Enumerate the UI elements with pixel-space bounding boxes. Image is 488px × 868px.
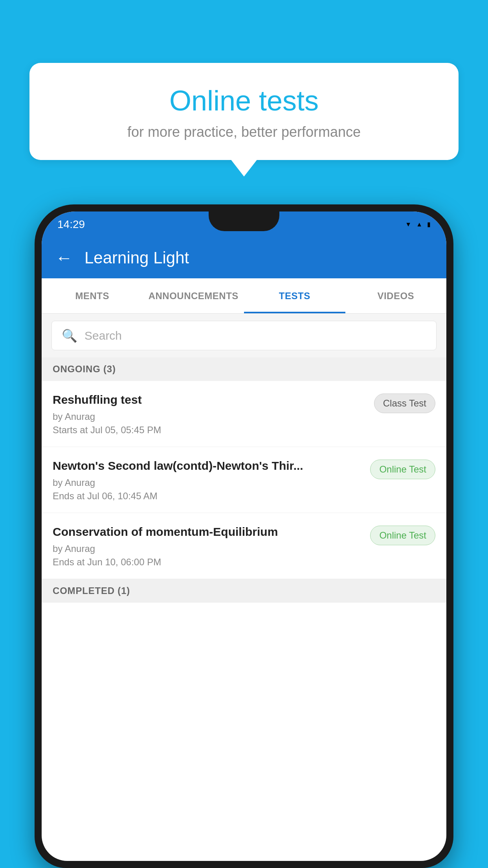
back-button[interactable]: ← (55, 248, 73, 268)
test-badge-class-test: Class Test (374, 394, 435, 413)
tab-announcements[interactable]: ANNOUNCEMENTS (143, 278, 244, 313)
test-item[interactable]: Newton's Second law(contd)-Newton's Thir… (42, 447, 446, 513)
battery-icon: ▮ (427, 221, 431, 228)
test-item[interactable]: Conservation of momentum-Equilibrium by … (42, 513, 446, 579)
test-date: Starts at Jul 05, 05:45 PM (53, 425, 366, 436)
test-name: Newton's Second law(contd)-Newton's Thir… (53, 458, 362, 473)
search-bar[interactable]: 🔍 Search (51, 321, 437, 350)
signal-icon: ▲ (416, 221, 422, 228)
test-by: by Anurag (53, 411, 366, 422)
search-container: 🔍 Search (42, 314, 446, 357)
phone-inner: 14:29 ▼ ▲ ▮ ← Learning Light MENTS ANNOU… (42, 211, 446, 861)
test-date: Ends at Jul 06, 10:45 AM (53, 491, 362, 502)
app-bar-title: Learning Light (84, 248, 189, 267)
tabs-bar: MENTS ANNOUNCEMENTS TESTS VIDEOS (42, 278, 446, 314)
phone-notch (209, 211, 279, 231)
speech-bubble: Online tests for more practice, better p… (29, 63, 459, 160)
test-name: Conservation of momentum-Equilibrium (53, 524, 362, 539)
test-badge-online-test-2: Online Test (370, 526, 435, 545)
tab-videos[interactable]: VIDEOS (345, 278, 447, 313)
test-by: by Anurag (53, 543, 362, 554)
search-icon: 🔍 (62, 328, 77, 343)
phone-frame: 14:29 ▼ ▲ ▮ ← Learning Light MENTS ANNOU… (35, 204, 453, 868)
bubble-subtitle: for more practice, better performance (53, 124, 435, 140)
test-date: Ends at Jun 10, 06:00 PM (53, 557, 362, 568)
app-bar: ← Learning Light (42, 237, 446, 278)
bubble-title: Online tests (53, 85, 435, 117)
status-icons: ▼ ▲ ▮ (405, 221, 431, 228)
test-info: Reshuffling test by Anurag Starts at Jul… (53, 392, 366, 436)
test-by: by Anurag (53, 477, 362, 488)
status-time: 14:29 (57, 218, 85, 231)
test-name: Reshuffling test (53, 392, 366, 407)
test-info: Conservation of momentum-Equilibrium by … (53, 524, 362, 568)
test-item[interactable]: Reshuffling test by Anurag Starts at Jul… (42, 381, 446, 447)
search-input[interactable]: Search (84, 329, 122, 342)
test-list: Reshuffling test by Anurag Starts at Jul… (42, 381, 446, 579)
test-badge-online-test: Online Test (370, 460, 435, 479)
ongoing-section-header: ONGOING (3) (42, 357, 446, 381)
completed-section-header: COMPLETED (1) (42, 579, 446, 603)
wifi-icon: ▼ (405, 221, 411, 228)
test-info: Newton's Second law(contd)-Newton's Thir… (53, 458, 362, 502)
tab-ments[interactable]: MENTS (42, 278, 143, 313)
tab-tests[interactable]: TESTS (244, 278, 345, 313)
